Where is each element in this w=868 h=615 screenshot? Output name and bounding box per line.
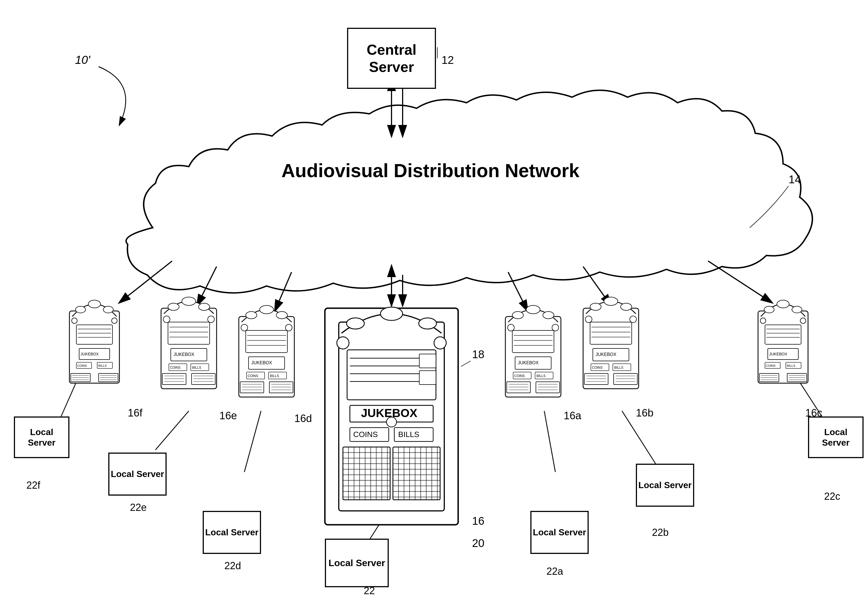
svg-rect-134 bbox=[505, 317, 561, 397]
svg-rect-168 bbox=[591, 364, 609, 371]
svg-point-76 bbox=[286, 324, 292, 331]
svg-rect-148 bbox=[507, 382, 530, 393]
svg-rect-190 bbox=[768, 348, 798, 359]
ref-16: 16 bbox=[472, 515, 484, 527]
ref-16a: 16a bbox=[564, 410, 581, 421]
svg-point-204 bbox=[760, 318, 766, 323]
svg-rect-146 bbox=[535, 372, 553, 379]
svg-rect-37 bbox=[171, 348, 207, 361]
svg-point-80 bbox=[380, 307, 403, 320]
svg-rect-152 bbox=[536, 382, 559, 393]
svg-point-180 bbox=[585, 316, 592, 323]
svg-point-135 bbox=[512, 312, 523, 319]
svg-text:BILLS: BILLS bbox=[614, 366, 623, 370]
local-server-22e: Local Server bbox=[108, 453, 167, 496]
svg-text:BILLS: BILLS bbox=[98, 364, 107, 367]
jukebox-16a: JUKEBOX COINS BILLS bbox=[505, 306, 561, 397]
svg-rect-186 bbox=[765, 325, 801, 344]
ref-22c: 22c bbox=[824, 491, 840, 502]
svg-rect-41 bbox=[191, 364, 209, 371]
svg-point-31 bbox=[182, 297, 196, 306]
jukebox-16f: JUKEBOX COINS BILLS bbox=[69, 300, 119, 383]
svg-point-181 bbox=[630, 316, 637, 323]
local-server-22b: Local Server bbox=[636, 464, 694, 507]
svg-rect-138 bbox=[512, 330, 554, 353]
jukebox-16c: JUKEBOX COINS BILLS bbox=[758, 300, 808, 383]
diagram-svg: JUKEBOX COINS BILLS bbox=[0, 0, 868, 615]
svg-rect-33 bbox=[168, 322, 210, 344]
local-server-22: Local Server bbox=[325, 539, 389, 587]
ref-16e: 16e bbox=[219, 410, 237, 421]
ref-14: 14 bbox=[788, 173, 801, 186]
svg-text:BILLS: BILLS bbox=[192, 366, 201, 370]
16f-to-22f bbox=[61, 369, 82, 417]
svg-rect-39 bbox=[169, 364, 187, 371]
svg-point-6 bbox=[75, 306, 86, 313]
svg-point-183 bbox=[764, 306, 774, 313]
svg-point-185 bbox=[792, 306, 802, 313]
jukebox-16b: JUKEBOX COINS BILLS bbox=[583, 297, 639, 389]
ref-22e: 22e bbox=[130, 502, 147, 513]
svg-text:BILLS: BILLS bbox=[787, 364, 795, 367]
svg-point-27 bbox=[72, 318, 77, 323]
svg-rect-23 bbox=[98, 373, 118, 382]
svg-rect-91 bbox=[350, 428, 389, 442]
network-to-16e bbox=[197, 267, 217, 306]
svg-point-133 bbox=[387, 417, 397, 427]
svg-rect-200 bbox=[787, 373, 807, 382]
16e-to-22e bbox=[156, 411, 189, 450]
ref-22f: 22f bbox=[27, 479, 41, 491]
svg-point-54 bbox=[246, 312, 257, 319]
svg-rect-61 bbox=[248, 357, 285, 369]
svg-text:COINS: COINS bbox=[514, 374, 525, 378]
svg-point-156 bbox=[507, 324, 514, 331]
network-label-container: Audiovisual Distribution Network bbox=[167, 158, 694, 183]
svg-point-137 bbox=[543, 312, 554, 319]
svg-rect-194 bbox=[786, 362, 801, 368]
svg-text:JUKEBOX: JUKEBOX bbox=[251, 361, 272, 365]
svg-rect-162 bbox=[590, 322, 632, 344]
svg-text:BILLS: BILLS bbox=[270, 374, 279, 378]
svg-rect-166 bbox=[593, 348, 629, 361]
svg-rect-13 bbox=[79, 348, 110, 359]
svg-point-30 bbox=[168, 303, 179, 311]
svg-text:JUKEBOX: JUKEBOX bbox=[173, 352, 194, 357]
svg-rect-196 bbox=[759, 373, 779, 382]
svg-point-51 bbox=[163, 316, 170, 323]
svg-text:BILLS: BILLS bbox=[398, 430, 419, 439]
svg-rect-144 bbox=[513, 372, 531, 379]
svg-rect-95 bbox=[343, 447, 390, 500]
network-to-16b bbox=[583, 267, 611, 306]
svg-text:COINS: COINS bbox=[248, 374, 258, 378]
svg-text:COINS: COINS bbox=[766, 364, 776, 367]
svg-point-8 bbox=[103, 306, 113, 313]
svg-rect-53 bbox=[239, 317, 294, 397]
ref-22d: 22d bbox=[224, 560, 241, 571]
svg-point-131 bbox=[337, 337, 349, 349]
network-to-16a bbox=[508, 272, 528, 311]
svg-rect-170 bbox=[613, 364, 631, 371]
diagram-container: JUKEBOX COINS BILLS bbox=[0, 0, 868, 615]
network-to-16f bbox=[119, 261, 172, 303]
svg-rect-142 bbox=[515, 357, 551, 369]
svg-rect-15 bbox=[76, 362, 92, 368]
ref-16b: 16b bbox=[636, 407, 653, 419]
ref-22a: 22a bbox=[546, 565, 564, 577]
svg-text:BILLS: BILLS bbox=[537, 374, 546, 378]
svg-text:JUKEBOX: JUKEBOX bbox=[361, 406, 417, 420]
svg-point-136 bbox=[526, 306, 540, 314]
svg-rect-17 bbox=[97, 362, 112, 368]
arrow-10prime bbox=[98, 67, 126, 125]
central-server-label: Central Server bbox=[348, 41, 435, 76]
ref-16f: 16f bbox=[128, 407, 142, 419]
svg-rect-176 bbox=[614, 373, 637, 384]
svg-point-160 bbox=[604, 297, 618, 306]
16d-to-22d bbox=[244, 411, 261, 472]
svg-point-184 bbox=[777, 300, 789, 308]
svg-rect-5 bbox=[69, 311, 119, 383]
svg-rect-78 bbox=[339, 322, 444, 511]
network-to-16d bbox=[275, 272, 292, 311]
svg-rect-47 bbox=[192, 373, 215, 384]
jukebox-16d: JUKEBOX COINS BILLS bbox=[239, 306, 294, 397]
svg-point-81 bbox=[419, 318, 437, 329]
